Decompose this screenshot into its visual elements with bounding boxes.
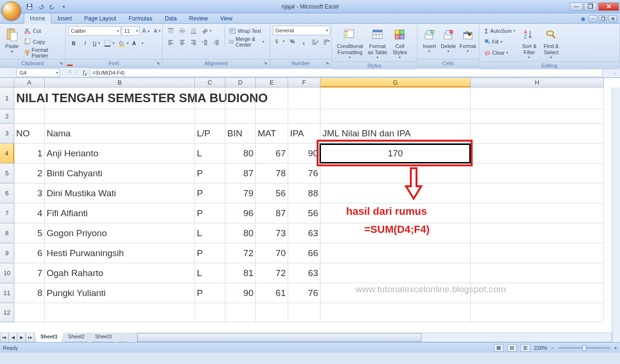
cell[interactable]: [471, 124, 604, 144]
maximize-button[interactable]: ❐: [584, 2, 597, 11]
cell[interactable]: L: [195, 263, 225, 283]
sheet-prev-icon[interactable]: ◀: [9, 333, 17, 342]
font-name-combo[interactable]: Calibri: [68, 26, 121, 36]
cell[interactable]: [225, 109, 256, 124]
select-all-corner[interactable]: [0, 78, 14, 87]
format-cells-button[interactable]: Format▾: [458, 26, 477, 55]
row-header-6[interactable]: 6: [0, 183, 14, 203]
orientation-icon[interactable]: ab▾: [200, 26, 213, 36]
cell[interactable]: 7: [14, 263, 45, 283]
alignment-launcher-icon[interactable]: ⬊: [263, 60, 269, 66]
number-format-combo[interactable]: General: [273, 26, 330, 35]
cell[interactable]: [471, 163, 604, 183]
row-header-4[interactable]: 4: [0, 144, 14, 163]
cell[interactable]: 4: [14, 203, 45, 223]
cell[interactable]: 80: [225, 223, 256, 243]
cell[interactable]: 90: [225, 283, 256, 303]
column-header-B[interactable]: B: [45, 78, 195, 87]
grow-font-icon[interactable]: A▴: [141, 26, 151, 36]
sort-filter-button[interactable]: AZSort & Filter▾: [519, 26, 540, 61]
cell[interactable]: Nama: [45, 124, 195, 144]
bold-icon[interactable]: B: [68, 38, 79, 48]
view-layout-icon[interactable]: ▤: [507, 344, 517, 352]
cell[interactable]: 96: [225, 203, 256, 223]
sheet-tab-2[interactable]: Sheet2: [62, 333, 91, 342]
find-select-button[interactable]: Find & Select▾: [541, 26, 562, 61]
column-header-D[interactable]: D: [225, 78, 256, 87]
cell[interactable]: 80: [225, 144, 256, 163]
cell[interactable]: BIN: [225, 124, 256, 144]
worksheet[interactable]: ABCDEFGH 123456789101112 NILAI TENGAH SE…: [0, 78, 620, 342]
column-header-H[interactable]: H: [471, 78, 604, 87]
column-header-C[interactable]: C: [195, 78, 225, 87]
cell[interactable]: P: [195, 163, 225, 183]
cell[interactable]: P: [195, 283, 225, 303]
decrease-indent-icon[interactable]: [200, 37, 210, 48]
cell[interactable]: Hesti Purwaningsih: [45, 243, 195, 263]
cell[interactable]: 90: [288, 144, 320, 163]
cell[interactable]: [471, 223, 604, 243]
row-header-2[interactable]: 2: [0, 109, 14, 124]
tab-data[interactable]: Data: [158, 13, 183, 23]
merge-center-button[interactable]: Merge & Center▾: [227, 37, 267, 47]
cell[interactable]: 6: [14, 243, 45, 263]
tab-review[interactable]: Review: [183, 13, 214, 23]
cell[interactable]: [320, 109, 471, 124]
cell[interactable]: NO: [14, 124, 45, 144]
fx-icon[interactable]: fx: [83, 68, 87, 77]
cell[interactable]: 76: [288, 163, 320, 183]
cell[interactable]: 170: [320, 144, 471, 163]
cell[interactable]: [45, 303, 195, 322]
cell[interactable]: IPA: [288, 124, 320, 144]
cell[interactable]: 56: [288, 203, 320, 223]
tab-view[interactable]: View: [214, 13, 239, 23]
conditional-formatting-button[interactable]: Conditional Formatting▾: [335, 26, 365, 61]
cell[interactable]: P: [195, 243, 225, 263]
qat-undo-icon[interactable]: [36, 2, 46, 11]
horizontal-scrollbar[interactable]: [137, 333, 612, 342]
column-header-G[interactable]: G: [320, 78, 471, 87]
row-header-8[interactable]: 8: [0, 223, 14, 243]
align-center-icon[interactable]: [177, 37, 187, 48]
close-button[interactable]: ✕: [598, 2, 619, 11]
underline-icon[interactable]: U▾: [91, 38, 102, 48]
cell[interactable]: [471, 144, 604, 163]
copy-button[interactable]: Copy: [22, 37, 62, 47]
increase-indent-icon[interactable]: [211, 37, 222, 48]
sheet-tab-new[interactable]: [116, 333, 129, 342]
tab-page-layout[interactable]: Page Layout: [78, 13, 122, 23]
cell[interactable]: [288, 109, 320, 124]
italic-icon[interactable]: I: [80, 38, 90, 48]
cell[interactable]: [320, 87, 471, 109]
cell[interactable]: 61: [256, 283, 288, 303]
wrap-text-button[interactable]: Wrap Text: [227, 26, 267, 36]
column-header-E[interactable]: E: [256, 78, 288, 87]
cell[interactable]: Binti Cahyanti: [45, 163, 195, 183]
cell[interactable]: 72: [256, 263, 288, 283]
decrease-decimal-icon[interactable]: .00.0: [321, 36, 332, 47]
cell[interactable]: Anji Herianto: [45, 144, 195, 163]
cell[interactable]: 73: [256, 223, 288, 243]
sub-minimize-button[interactable]: ─: [589, 15, 597, 22]
cell[interactable]: L/P: [195, 124, 225, 144]
cell[interactable]: [195, 303, 225, 322]
zoom-out-icon[interactable]: −: [551, 345, 554, 351]
cell[interactable]: [320, 243, 471, 263]
cell[interactable]: [320, 303, 471, 322]
comma-icon[interactable]: ,: [299, 36, 309, 47]
cell[interactable]: Dini Mustika Wati: [45, 183, 195, 203]
cell-styles-button[interactable]: Cell Styles▾: [390, 26, 410, 61]
cell[interactable]: 70: [256, 243, 288, 263]
font-launcher-icon[interactable]: ⬊: [155, 60, 161, 66]
qat-save-icon[interactable]: [25, 2, 34, 11]
cell[interactable]: 78: [256, 163, 288, 183]
grid[interactable]: NILAI TENGAH SEMESTER SMA BUDIONONONamaL…: [14, 87, 604, 322]
row-header-10[interactable]: 10: [0, 263, 14, 283]
clear-button[interactable]: Clear▾: [482, 48, 518, 58]
cell[interactable]: [225, 303, 256, 322]
qat-redo-icon[interactable]: [48, 2, 57, 11]
row-header-5[interactable]: 5: [0, 163, 14, 183]
cell[interactable]: Fifi Alfianti: [45, 203, 195, 223]
align-middle-icon[interactable]: [177, 26, 187, 36]
cell[interactable]: [320, 183, 471, 203]
